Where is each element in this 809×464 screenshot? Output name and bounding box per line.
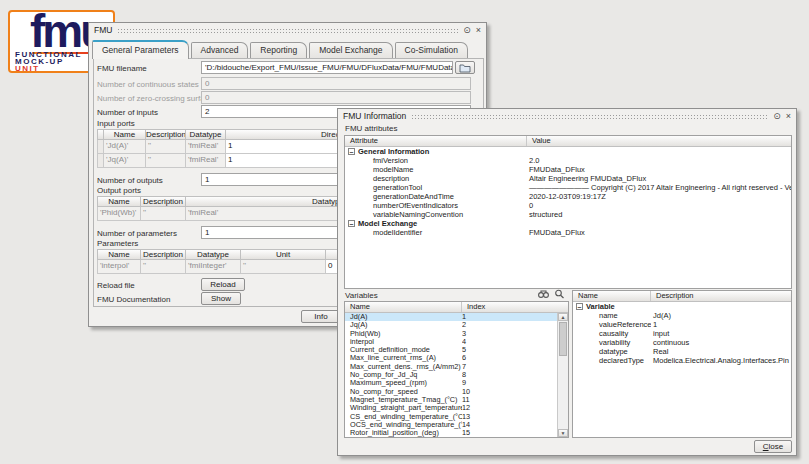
tree-item-value: FMUData_DFlux — [527, 228, 791, 237]
fmu-documentation-label: FMU Documentation — [97, 295, 170, 304]
table-cell: 'interpol' — [97, 260, 141, 274]
tab-model-exchange[interactable]: Model Exchange — [309, 42, 392, 58]
variable-row[interactable]: Maximum_speed_(rpm)9 — [345, 379, 557, 387]
tree-row[interactable]: variabilitycontinuous — [573, 338, 791, 347]
close-icon[interactable]: × — [786, 111, 791, 121]
tree-row[interactable]: causalityinput — [573, 329, 791, 338]
variable-index: 3 — [462, 330, 557, 338]
show-button[interactable]: Show — [201, 292, 241, 305]
variable-name: Magnet_temperature_Tmag_(°C) — [345, 396, 462, 404]
detail-header-row: Name Description — [573, 291, 791, 302]
titlebar-dots — [411, 114, 768, 120]
tree-item-value: Real — [651, 347, 791, 356]
browse-button[interactable] — [455, 61, 475, 74]
table-cell: 'fmiInteger' — [186, 260, 241, 274]
tab-advanced[interactable]: Advanced — [191, 42, 249, 58]
expander-icon[interactable]: – — [348, 148, 355, 155]
tree-group-row[interactable]: –Model Exchange — [345, 219, 791, 228]
tree-row[interactable]: modelNameFMUData_DFlux — [345, 165, 791, 174]
column-header: Datatype — [186, 129, 226, 140]
tree-group-row[interactable]: –Variable — [573, 302, 791, 311]
info-dialog-titlebar[interactable]: FMU Information ⊙ × — [338, 109, 796, 123]
variable-row[interactable]: Phid(Wb)3 — [345, 330, 557, 338]
tab-reporting[interactable]: Reporting — [250, 42, 307, 58]
magnifier-icon[interactable] — [554, 289, 565, 299]
column-header-value[interactable]: Value — [527, 136, 791, 146]
float-icon[interactable]: ⊙ — [773, 111, 781, 121]
tree-item-value: continuous — [651, 338, 791, 347]
variable-row[interactable]: Jq(A)2 — [345, 321, 557, 329]
tree-row[interactable]: declaredTypeModelica.Electrical.Analog.I… — [573, 356, 791, 365]
fmu-dialog-titlebar[interactable]: FMU ⊙ × — [89, 23, 486, 37]
variable-row[interactable]: Max_line_current_rms_(A)6 — [345, 354, 557, 362]
tree-item-label: description — [373, 174, 409, 183]
variable-row[interactable]: No_comp_for_Jd_Jq8 — [345, 371, 557, 379]
column-header-name[interactable]: Name — [345, 302, 462, 312]
tree-row[interactable]: variableNamingConventionstructured — [345, 210, 791, 219]
variable-name: Winding_straight_part_temperature_(°C) — [345, 404, 462, 412]
tree-item-label: modelName — [373, 165, 413, 174]
tree-item-value: 0 — [527, 201, 791, 210]
variables-label: Variables — [345, 291, 378, 300]
tree-row[interactable]: descriptionAltair Engineering FMUData_DF… — [345, 174, 791, 183]
variable-row[interactable]: interpol4 — [345, 338, 557, 346]
column-header: Name — [97, 196, 141, 207]
tree-row[interactable]: numberOfEventIndicators0 — [345, 201, 791, 210]
tree-item-label: datatype — [599, 347, 628, 356]
tree-item-label: modelIdentifier — [373, 228, 422, 237]
scroll-up-icon[interactable]: ▲ — [558, 313, 568, 321]
tree-item-label: variability — [599, 338, 630, 347]
variable-row[interactable]: OCS_end_winding_temperature_(°C)14 — [345, 421, 557, 429]
tree-row[interactable]: generationTool———————— Copyright (C) 201… — [345, 183, 791, 192]
reload-file-label: Reload file — [97, 281, 135, 290]
scroll-down-icon[interactable]: ▼ — [558, 429, 568, 437]
expander-icon[interactable]: – — [576, 303, 583, 310]
variable-row[interactable]: Rotor_initial_position_(deg)15 — [345, 429, 557, 437]
tree-item-label: declaredType — [599, 356, 644, 365]
fmu-filename-field[interactable]: 'D:/bidouche/Export_FMU/Issue_FMU/FMU/DF… — [201, 61, 453, 74]
fmu-information-dialog: FMU Information ⊙ × FMU attributes Attri… — [337, 108, 797, 456]
tree-item-label: numberOfEventIndicators — [373, 201, 458, 210]
scrollbar-thumb[interactable] — [559, 322, 567, 356]
close-button[interactable]: Close — [754, 440, 792, 453]
column-header-name[interactable]: Name — [573, 291, 651, 301]
expander-icon[interactable]: – — [348, 220, 355, 227]
variable-row[interactable]: Jd(A)1 — [345, 313, 557, 321]
variable-row[interactable]: Current_definition_mode5 — [345, 346, 557, 354]
tree-item-value: 2020-12-03T09:19:17Z — [527, 192, 791, 201]
tab-general-parameters[interactable]: General Parameters — [92, 40, 189, 59]
tree-row[interactable]: nameJd(A) — [573, 311, 791, 320]
tree-item-value — [651, 302, 791, 311]
variable-row[interactable]: Magnet_temperature_Tmag_(°C)11 — [345, 396, 557, 404]
titlebar-dots — [117, 28, 458, 34]
tree-row[interactable]: datatypeReal — [573, 347, 791, 356]
close-icon[interactable]: × — [476, 25, 481, 35]
variable-row[interactable]: Winding_straight_part_temperature_(°C)12 — [345, 404, 557, 412]
tree-item-label: generationDateAndTime — [373, 192, 454, 201]
column-header-description[interactable]: Description — [651, 291, 791, 301]
reload-button[interactable]: Reload — [201, 278, 245, 291]
variables-table: Name Index Jd(A)1Jq(A)2Phid(Wb)3interpol… — [344, 301, 569, 438]
tree-item-label: generationTool — [373, 183, 422, 192]
tab-co-simulation[interactable]: Co-Simulation — [395, 42, 468, 58]
tree-group-row[interactable]: –General Information — [345, 147, 791, 156]
variable-name: Maximum_speed_(rpm) — [345, 379, 462, 387]
tree-row[interactable]: valueReference1 — [573, 320, 791, 329]
column-header-attribute[interactable]: Attribute — [345, 136, 527, 146]
tree-item-label: valueReference — [599, 320, 651, 329]
tree-item-label: variableNamingConvention — [373, 210, 463, 219]
tree-row[interactable]: modelIdentifierFMUData_DFlux — [345, 228, 791, 237]
binoculars-icon[interactable] — [538, 289, 549, 299]
variable-row[interactable]: Max_current_dens._rms_(A/mm2)7 — [345, 363, 557, 371]
variable-row[interactable]: No_comp_for_speed10 — [345, 388, 557, 396]
tree-row[interactable]: fmiVersion2.0 — [345, 156, 791, 165]
variable-row[interactable]: CS_end_winding_temperature_(°C)13 — [345, 413, 557, 421]
tree-row[interactable]: generationDateAndTime2020-12-03T09:19:17… — [345, 192, 791, 201]
variables-toolbar — [538, 289, 565, 299]
info-button[interactable]: Info — [301, 310, 341, 323]
variables-scrollbar[interactable]: ▲ ▼ — [557, 313, 568, 437]
variable-name: Jd(A) — [345, 313, 462, 321]
column-header-index[interactable]: Index — [462, 302, 568, 312]
float-icon[interactable]: ⊙ — [463, 25, 471, 35]
column-header: Description — [146, 129, 186, 140]
